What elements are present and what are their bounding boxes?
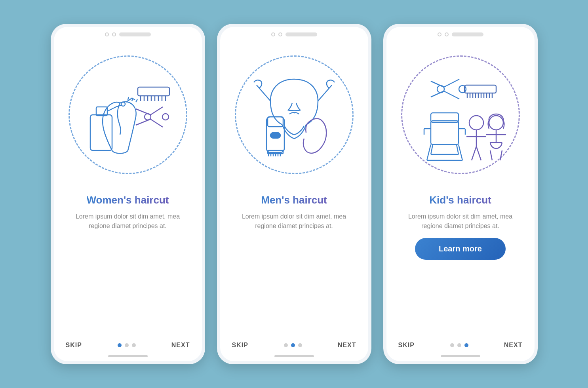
svg-point-66	[489, 116, 503, 130]
svg-point-4	[121, 102, 125, 106]
womens-title: Women's haircut	[87, 194, 169, 206]
kids-status-dot-1	[438, 32, 441, 36]
svg-line-34	[444, 79, 459, 87]
mens-dot-2	[291, 343, 295, 347]
learn-more-button[interactable]: Learn more	[415, 238, 506, 260]
svg-line-37	[431, 91, 444, 97]
status-bar-line	[119, 32, 151, 36]
kids-home-indicator	[441, 355, 480, 357]
mens-illustration	[235, 55, 354, 174]
svg-line-35	[444, 91, 459, 99]
mens-status-dot-1	[271, 32, 275, 36]
kids-description: Lorem ipsum dolor sit dim amet, mea regi…	[398, 212, 523, 231]
womens-description: Lorem ipsum dolor sit dim amet, mea regi…	[66, 212, 190, 231]
kids-dot-2	[457, 343, 461, 347]
kids-dots	[450, 343, 468, 347]
kids-dot-3	[464, 343, 468, 347]
womens-home-indicator	[108, 355, 148, 357]
womens-dot-2	[125, 343, 129, 347]
screens-container: Women's haircut Lorem ipsum dolor sit di…	[51, 24, 538, 364]
svg-line-51	[427, 145, 431, 160]
svg-line-18	[136, 109, 150, 115]
kids-illustration	[401, 55, 520, 174]
svg-rect-31	[270, 133, 280, 138]
svg-line-19	[136, 119, 150, 125]
svg-line-64	[472, 146, 476, 160]
status-dot-1	[105, 32, 109, 36]
svg-line-65	[476, 146, 481, 160]
svg-rect-5	[138, 87, 169, 96]
mens-bottom-nav: SKIP NEXT	[220, 336, 368, 353]
kids-dot-1	[450, 343, 454, 347]
mens-status-dot-2	[278, 32, 282, 36]
womens-illustration	[69, 55, 187, 174]
womens-dot-3	[132, 343, 136, 347]
womens-dot-1	[118, 343, 122, 347]
womens-dots	[118, 343, 136, 347]
svg-line-17	[150, 119, 163, 127]
kids-title: Kid's haircut	[429, 194, 491, 206]
svg-line-54	[431, 145, 433, 154]
mens-skip-button[interactable]: SKIP	[232, 342, 248, 349]
status-bar-mens	[220, 27, 368, 40]
status-dot-2	[112, 32, 116, 36]
kids-status-dot-2	[445, 32, 449, 36]
mens-dot-3	[298, 343, 302, 347]
status-bar-womens	[54, 27, 202, 40]
phone-inner-mens: Men's haircut Lorem ipsum dolor sit dim …	[220, 27, 368, 361]
mens-home-indicator	[274, 355, 314, 357]
svg-rect-1	[96, 107, 107, 116]
mens-dot-1	[284, 343, 288, 347]
womens-next-button[interactable]: NEXT	[171, 342, 190, 349]
svg-rect-0	[90, 115, 112, 150]
svg-line-55	[457, 145, 459, 154]
phone-inner-womens: Women's haircut Lorem ipsum dolor sit di…	[54, 27, 202, 361]
svg-line-52	[459, 145, 462, 160]
phone-inner-kids: Kid's haircut Lorem ipsum dolor sit dim …	[386, 27, 535, 361]
kids-skip-button[interactable]: SKIP	[398, 342, 415, 349]
status-bar-kids	[386, 27, 535, 40]
svg-line-21	[318, 85, 332, 101]
kids-next-button[interactable]: NEXT	[504, 342, 523, 349]
mens-dots	[284, 343, 302, 347]
womens-content: Women's haircut Lorem ipsum dolor sit di…	[54, 190, 202, 336]
kids-content: Kid's haircut Lorem ipsum dolor sit dim …	[386, 190, 535, 336]
phone-frame-kids: Kid's haircut Lorem ipsum dolor sit dim …	[383, 24, 538, 364]
mens-illustration-area	[220, 40, 368, 190]
svg-rect-38	[464, 85, 496, 93]
kids-status-bar-line	[452, 32, 483, 36]
womens-skip-button[interactable]: SKIP	[66, 342, 82, 349]
svg-line-36	[431, 81, 444, 87]
kids-illustration-area	[386, 40, 535, 190]
svg-rect-49	[431, 121, 459, 145]
womens-bottom-nav: SKIP NEXT	[54, 336, 202, 353]
mens-status-bar-line	[285, 32, 317, 36]
phone-frame-mens: Men's haircut Lorem ipsum dolor sit dim …	[217, 24, 371, 364]
svg-point-61	[469, 116, 483, 130]
kids-bottom-nav: SKIP NEXT	[386, 336, 535, 353]
svg-line-16	[150, 107, 163, 115]
mens-description: Lorem ipsum dolor sit dim amet, mea regi…	[232, 212, 356, 231]
mens-content: Men's haircut Lorem ipsum dolor sit dim …	[220, 190, 368, 336]
svg-line-71	[500, 150, 502, 160]
mens-title: Men's haircut	[261, 194, 327, 206]
womens-illustration-area	[54, 40, 202, 190]
svg-line-2	[107, 107, 116, 111]
mens-next-button[interactable]: NEXT	[338, 342, 356, 349]
phone-frame-womens: Women's haircut Lorem ipsum dolor sit di…	[51, 24, 205, 364]
svg-line-70	[490, 150, 492, 160]
svg-point-33	[459, 86, 466, 93]
svg-point-15	[162, 114, 169, 120]
svg-line-20	[257, 85, 270, 101]
